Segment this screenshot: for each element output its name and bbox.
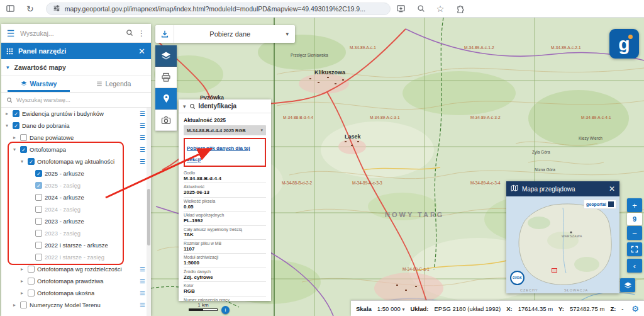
refresh-icon[interactable]: ↻ — [26, 4, 34, 13]
layer-tree-row[interactable]: ▸✓Ewidencja gruntów i budynków☰ — [1, 108, 151, 120]
gear-icon[interactable]: ⚙ — [631, 304, 639, 313]
layer-tree-row[interactable]: ▾✓Ortofotomapa☰ — [1, 144, 151, 155]
global-search-input[interactable] — [20, 30, 126, 37]
tab-legenda[interactable]: Legenda — [76, 76, 151, 92]
identify-panel-header[interactable]: ▾ Identyfikacja — [179, 99, 271, 113]
layer-visibility-checkbox[interactable] — [20, 302, 27, 308]
zoom-out-button[interactable]: − — [627, 226, 642, 240]
layer-visibility-checkbox[interactable] — [35, 230, 42, 237]
zoom-icon[interactable] — [417, 4, 425, 13]
global-search-bar: ☰ ⋮ — [1, 24, 151, 43]
menu-hamburger-icon[interactable]: ☰ — [1, 28, 20, 38]
tab-warstwy[interactable]: Warstwy — [1, 76, 76, 92]
collapse-icon[interactable]: ▾ — [19, 159, 25, 164]
geoportal-logo[interactable]: g — [609, 29, 639, 59]
collapse-icon[interactable]: ▾ — [11, 147, 18, 152]
layer-visibility-checkbox[interactable]: ✓ — [20, 146, 27, 153]
layer-tree-row[interactable]: ▾✓Ortofotomapa wg aktualności☰ — [1, 155, 151, 167]
layer-visibility-checkbox[interactable] — [28, 266, 35, 273]
identify-tool-button[interactable] — [155, 88, 177, 110]
layer-visibility-checkbox[interactable]: ✓ — [13, 110, 19, 117]
layer-tree-row[interactable]: ▸Numeryczny Model Terenu☰ — [1, 299, 151, 311]
map-content-section-header[interactable]: ▾ Zawartość mapy — [1, 59, 151, 76]
layer-tree-row[interactable]: ✓2025 - arkusze — [1, 167, 151, 179]
bookmark-star-icon[interactable]: ☆ — [436, 4, 445, 13]
status-bar: Skala 1:50 000 ▾ Układ: EPSG 2180 (układ… — [351, 300, 644, 316]
more-options-icon[interactable]: ⋮ — [138, 29, 145, 38]
tools-panel-title: Panel narzędzi — [18, 47, 66, 55]
download-file-link[interactable]: Pobierz plik danych dla tej sekcji — [187, 145, 250, 162]
collapse-icon[interactable]: ▾ — [4, 123, 10, 128]
scale-select[interactable]: 1:50 000 ▾ — [377, 305, 405, 312]
collapse-icon[interactable]: ▾ — [6, 64, 9, 71]
screenshot-tool-button[interactable] — [155, 110, 177, 131]
install-app-icon[interactable] — [396, 4, 406, 13]
geoportal-mini-logo-text: geoportal — [586, 202, 606, 206]
layer-tree-row[interactable]: 2024 - zasięg — [1, 203, 151, 215]
layer-tree-row[interactable]: 2023 - zasięg — [1, 227, 151, 239]
zoom-in-button[interactable]: + — [627, 198, 642, 212]
current-extent-rect[interactable] — [552, 268, 557, 273]
layer-tree-row[interactable]: 2022 i starsze - zasięg — [1, 251, 151, 263]
layer-tree-row[interactable]: ▸Ortofotomapa wg rozdzielczości☰ — [1, 263, 151, 275]
basemap-switch-button[interactable] — [620, 278, 635, 292]
layer-visibility-checkbox[interactable] — [35, 218, 42, 225]
collapse-icon[interactable]: ▾ — [183, 103, 186, 110]
layer-search-input[interactable] — [16, 96, 146, 103]
attribution-info-button[interactable]: i — [221, 306, 230, 314]
layer-tree-row[interactable]: ✓2025 - zasięg — [1, 179, 151, 191]
expand-icon[interactable]: ▸ — [4, 111, 10, 116]
layer-visibility-checkbox[interactable] — [28, 278, 35, 285]
layers-tool-button[interactable] — [155, 45, 177, 67]
attribute-row: Źródło danychZdj. cyfrowe — [184, 268, 266, 282]
tab-label: Legenda — [106, 80, 131, 87]
layer-tree-row[interactable]: 2022 i starsze - arkusze — [1, 239, 151, 251]
fullscreen-button[interactable] — [627, 242, 642, 256]
layer-label: Dane do pobrania — [22, 122, 70, 129]
layer-tree-row[interactable]: ▸Ortofotomapa prawdziwa☰ — [1, 275, 151, 287]
layer-visibility-checkbox[interactable]: ✓ — [35, 182, 42, 189]
chevron-down-icon[interactable]: ▾ — [286, 31, 289, 37]
attribute-row: Układ współrzędnychPL-1992 — [184, 212, 266, 225]
previous-view-button[interactable]: ‹ — [627, 259, 642, 273]
layer-tree-row[interactable]: ▸Dane powiatowe☰ — [1, 132, 151, 144]
expand-icon[interactable]: ▸ — [11, 135, 18, 140]
sheet-select[interactable]: M-34-88-B-d-4-4 2025 RGB ▾ — [184, 125, 266, 135]
layer-visibility-checkbox[interactable]: ✓ — [13, 122, 19, 129]
print-tool-button[interactable] — [155, 67, 177, 88]
expand-icon[interactable]: ▸ — [19, 266, 25, 272]
layers-icon — [21, 81, 27, 87]
layer-visibility-checkbox[interactable] — [28, 290, 35, 296]
layer-visibility-checkbox[interactable] — [35, 194, 42, 201]
layer-tree-row[interactable]: 2024 - arkusze — [1, 191, 151, 203]
download-data-bar[interactable]: Pobierz dane ▾ — [155, 25, 295, 43]
close-icon[interactable]: ✕ — [609, 184, 615, 193]
panel-scrollbar-thumb[interactable] — [147, 189, 150, 245]
layer-visibility-checkbox[interactable] — [35, 242, 42, 249]
site-settings-icon[interactable] — [53, 3, 60, 14]
close-icon[interactable]: ✕ — [138, 47, 145, 56]
expand-icon[interactable]: ▸ — [19, 278, 25, 284]
layer-tree-row[interactable]: 2023 - arkusze — [1, 215, 151, 227]
magnifier-icon — [189, 101, 196, 112]
layer-label: Ortofotomapa prawdziwa — [37, 278, 104, 285]
overview-map-body[interactable]: WARSZAWA CZECHY SŁOWACJA geoportal GUGiK — [506, 196, 619, 293]
overview-map-header[interactable]: Mapa przeglądowa ✕ — [506, 181, 619, 196]
search-icon[interactable] — [126, 28, 133, 39]
address-bar[interactable]: mapy.geoportal.gov.pl/imapnext/imap/inde… — [46, 3, 391, 15]
attribute-label: Kolor — [184, 283, 266, 288]
expand-icon[interactable]: ▸ — [11, 302, 18, 308]
layer-visibility-checkbox[interactable] — [20, 134, 27, 141]
extensions-icon[interactable] — [455, 4, 464, 13]
layer-tree-row[interactable]: ▾✓Dane do pobrania☰ — [1, 120, 151, 132]
layer-label: Ewidencja gruntów i budynków — [22, 110, 104, 117]
layer-tree-row[interactable]: ▸Ortofotomapa ukośna☰ — [1, 287, 151, 299]
url-text[interactable]: mapy.geoportal.gov.pl/imapnext/imap/inde… — [65, 5, 365, 13]
layer-visibility-checkbox[interactable] — [35, 254, 42, 261]
layer-visibility-checkbox[interactable] — [35, 206, 42, 213]
layer-visibility-checkbox[interactable]: ✓ — [28, 158, 35, 165]
layer-visibility-checkbox[interactable]: ✓ — [35, 170, 42, 177]
expand-icon[interactable]: ▸ — [19, 290, 25, 296]
layer-tree: ▸✓Ewidencja gruntów i budynków☰▾✓Dane do… — [1, 108, 151, 316]
side-panel-icon[interactable] — [6, 4, 15, 13]
